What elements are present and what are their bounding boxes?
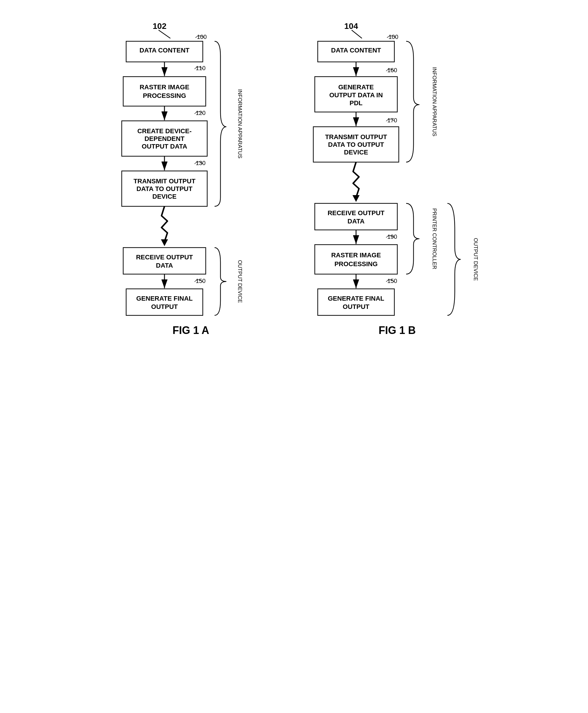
ref-150b: 150 [387, 278, 397, 284]
label-transmit-b-3: DEVICE [344, 149, 368, 156]
fig1b-label: FIG 1 B [378, 324, 416, 337]
label-raster-a-1: RASTER IMAGE [140, 83, 189, 91]
label-transmit-a-2: DATA TO OUTPUT [136, 185, 192, 192]
fig1b-svg: 104 100 DATA CONTENT 160 GENERATE OUTPUT… [282, 18, 512, 578]
ref-120: 120 [196, 110, 206, 116]
label-raster-a-2: PROCESSING [143, 92, 186, 99]
brace-printer-ctrl-b [406, 203, 419, 274]
label-receive-b-2: DATA [348, 217, 364, 225]
label-receive-a-2: DATA [156, 262, 173, 269]
ref-150a: 150 [196, 278, 206, 284]
label-raster-b-1: RASTER IMAGE [331, 251, 381, 259]
fig1a-svg: 102 100 DATA CONTENT 110 RASTER IMAGE PR… [91, 18, 291, 578]
label-create-a-1: CREATE DEVICE- [137, 127, 191, 135]
lightning-a [162, 206, 167, 242]
box-receive-b [315, 203, 397, 230]
top-label-102: 102 [153, 22, 167, 31]
label-generate-b-1: GENERATE FINAL [328, 295, 384, 302]
label-printer-ctrl-text-b: PRINTER CONTROLLER [432, 208, 437, 269]
label-generate-b-2: OUTPUT [342, 303, 369, 310]
box-generate-a [126, 289, 203, 315]
label-pdl-b-2: OUTPUT DATA IN [329, 91, 383, 99]
top-label-104: 104 [344, 22, 358, 31]
label-output-device-text-a: OUTPUT DEVICE [237, 260, 243, 303]
brace-output-device-a [214, 248, 226, 315]
label-output-device-text-b: OUTPUT DEVICE [473, 238, 479, 281]
label-data-content-a: DATA CONTENT [140, 46, 190, 54]
label-generate-a-2: OUTPUT [151, 303, 178, 310]
label-generate-a-1: GENERATE FINAL [136, 295, 192, 302]
diagram-fig1b: 104 100 DATA CONTENT 160 GENERATE OUTPUT… [312, 18, 483, 337]
lightning-b [353, 162, 359, 197]
label-transmit-a-3: DEVICE [152, 193, 176, 200]
ref-160: 160 [387, 67, 397, 74]
ref-130: 130 [196, 160, 206, 166]
label-pdl-b-1: GENERATE [338, 83, 374, 91]
lightning-arrow-a [161, 239, 168, 246]
brace-output-device-b [447, 203, 461, 315]
brace-info-apparatus-a [214, 41, 226, 206]
diagrams-container: 102 100 DATA CONTENT 110 RASTER IMAGE PR… [12, 18, 576, 337]
brace-info-apparatus-b [406, 41, 419, 162]
svg-line-1 [159, 30, 170, 38]
box-raster-a [123, 77, 206, 106]
box-raster-b [315, 245, 397, 274]
label-transmit-b-1: TRANSMIT OUTPUT [325, 133, 387, 141]
box-generate-b [318, 289, 394, 315]
label-data-content-b: DATA CONTENT [331, 46, 381, 54]
label-receive-b-1: RECEIVE OUTPUT [328, 209, 385, 217]
label-create-a-2: DEPENDENT [144, 135, 185, 142]
label-receive-a-1: RECEIVE OUTPUT [136, 253, 193, 261]
ref-170: 170 [387, 117, 397, 124]
label-transmit-a-1: TRANSMIT OUTPUT [133, 177, 195, 185]
diagram-fig1a: 102 100 DATA CONTENT 110 RASTER IMAGE PR… [106, 18, 276, 337]
lightning-arrow-b [353, 195, 360, 202]
label-raster-b-2: PROCESSING [334, 260, 378, 268]
box-receive-a [123, 248, 206, 274]
label-create-a-3: OUTPUT DATA [142, 143, 187, 150]
ref-190: 190 [387, 233, 397, 240]
label-pdl-b-3: PDL [350, 99, 362, 107]
label-info-apparatus-text-a: INFORMATION APPARATUS [237, 89, 243, 158]
ref-100b: 100 [388, 34, 398, 40]
fig1a-label: FIG 1 A [172, 324, 209, 337]
ref-110: 110 [196, 65, 206, 71]
svg-line-7 [352, 30, 362, 38]
ref-100a: 100 [197, 34, 207, 40]
label-info-apparatus-text-b: INFORMATION APPARATUS [432, 67, 437, 136]
label-transmit-b-2: DATA TO OUTPUT [328, 141, 384, 148]
